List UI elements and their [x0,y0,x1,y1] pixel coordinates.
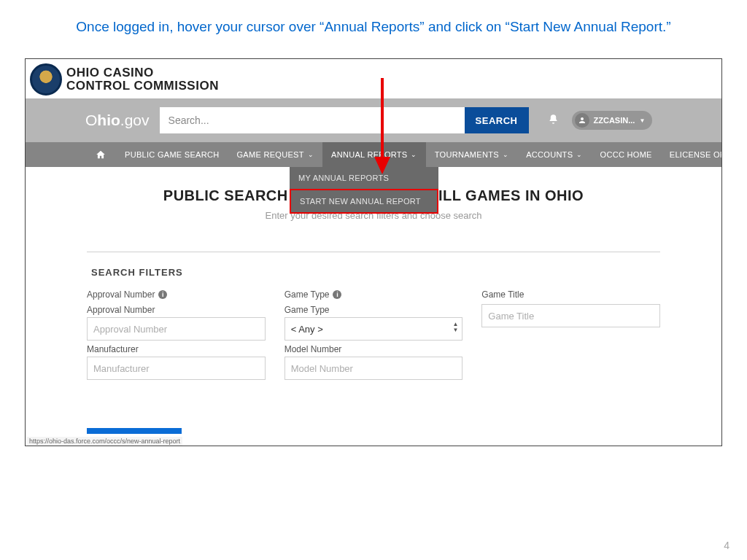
state-seal-icon [30,63,62,96]
search-button[interactable]: SEARCH [465,107,529,133]
model-number-input[interactable] [285,357,463,380]
info-icon[interactable]: i [158,290,167,299]
browser-frame: OHIO CASINO CONTROL COMMISSION Ohio.gov … [25,58,722,446]
logo-bar: OHIO CASINO CONTROL COMMISSION [26,59,721,98]
game-type-select[interactable]: < Any > [285,317,463,341]
nav-home[interactable] [85,142,116,167]
annual-reports-dropdown: MY ANNUAL REPORTS START NEW ANNUAL REPOR… [290,167,438,214]
search-filters: SEARCH FILTERS Approval Numberi Approval… [87,267,660,380]
chevron-down-icon: ▼ [639,117,645,124]
chevron-down-icon: ⌄ [411,151,417,158]
approval-number-label: Approval Numberi [87,289,266,300]
game-title-label: Game Title [481,289,660,300]
filters-heading: SEARCH FILTERS [87,267,660,278]
nav-public-game-search[interactable]: PUBLIC GAME SEARCH [116,142,228,167]
commission-name: OHIO CASINO CONTROL COMMISSION [66,66,219,93]
manufacturer-input[interactable] [87,357,266,380]
game-title-input[interactable] [481,304,660,327]
divider [87,252,660,252]
game-type-sublabel: Game Type [285,305,463,315]
nav-accounts[interactable]: ACCOUNTS⌄ [517,142,591,167]
user-menu[interactable]: ZZCASIN... ▼ [572,111,653,130]
chevron-down-icon: ⌄ [576,151,582,158]
nav-game-request[interactable]: GAME REQUEST⌄ [228,142,322,167]
model-number-label: Model Number [285,344,463,354]
info-icon[interactable]: i [333,290,341,299]
main-nav: PUBLIC GAME SEARCH GAME REQUEST⌄ ANNUAL … [26,142,721,167]
approval-number-sublabel: Approval Number [87,305,266,315]
approval-number-input[interactable] [87,317,266,341]
dropdown-start-new-annual-report[interactable]: START NEW ANNUAL REPORT [290,189,438,214]
home-icon [96,149,106,160]
site-brand: Ohio.gov [85,112,150,129]
avatar-icon [575,113,589,128]
user-name: ZZCASIN... [594,116,635,125]
partial-button[interactable] [87,428,182,434]
manufacturer-label: Manufacturer [87,344,266,354]
nav-elicense[interactable]: ELICENSE OHIO [661,142,722,167]
nav-annual-reports[interactable]: ANNUAL REPORTS⌄ [322,142,426,167]
chevron-down-icon: ⌄ [503,151,508,158]
chevron-down-icon: ⌄ [308,151,314,158]
status-bar-url: https://ohio-das.force.com/occc/s/new-an… [27,437,182,446]
search-input[interactable] [160,107,465,133]
nav-tournaments[interactable]: TOURNAMENTS⌄ [426,142,517,167]
top-search-bar: Ohio.gov SEARCH ZZCASIN... ▼ [26,98,721,142]
bell-icon[interactable] [548,114,559,127]
slide-instruction: Once logged in, hover your cursor over “… [0,0,747,45]
nav-occc-home[interactable]: OCCC HOME [592,142,661,167]
dropdown-my-annual-reports[interactable]: MY ANNUAL REPORTS [290,167,438,189]
game-type-label: Game Typei [285,289,463,300]
slide-page-number: 4 [724,540,729,551]
